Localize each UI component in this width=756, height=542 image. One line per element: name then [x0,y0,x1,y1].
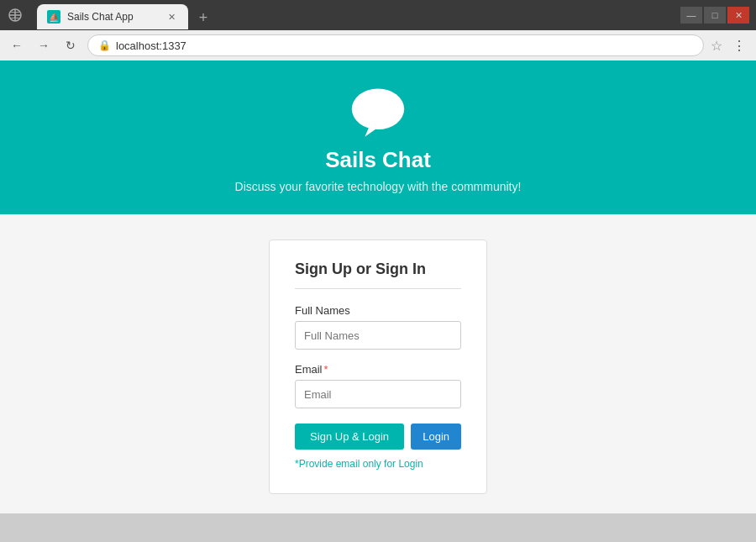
page-content: Sails Chat Discuss your favorite technol… [0,61,756,513]
login-card: Sign Up or Sign In Full Names Email* Sig… [269,239,487,494]
required-star: * [324,363,328,376]
url-bar[interactable]: 🔒 localhost:1337 [87,34,704,56]
window-controls: — □ ✕ [680,7,749,24]
close-button[interactable]: ✕ [727,7,749,24]
hero-subtitle: Discuss your favorite technology with th… [235,180,522,193]
browser-menu-icon[interactable]: ⋮ [729,38,749,54]
browser-icon [7,7,24,24]
minimize-button[interactable]: — [680,7,702,24]
forward-button[interactable]: → [34,35,54,55]
back-button[interactable]: ← [7,35,27,55]
lock-icon: 🔒 [98,39,111,51]
card-container: Sign Up or Sign In Full Names Email* Sig… [0,214,756,513]
email-label: Email* [295,363,461,376]
signup-login-button[interactable]: Sign Up & Login [295,424,404,450]
card-title: Sign Up or Sign In [295,260,461,278]
full-names-label: Full Names [295,304,461,317]
tab-bar: ⛵ Sails Chat App ✕ + [30,1,222,29]
maximize-button[interactable]: □ [704,7,726,24]
url-text: localhost:1337 [116,39,693,52]
full-names-input[interactable] [295,321,461,350]
browser-chrome: ⛵ Sails Chat App ✕ + — □ ✕ ← → ↻ 🔒 local… [0,0,756,61]
title-bar: ⛵ Sails Chat App ✕ + — □ ✕ [0,0,756,30]
hero-section: Sails Chat Discuss your favorite technol… [0,61,756,214]
tab-favicon: ⛵ [47,10,60,24]
hero-title: Sails Chat [325,147,431,173]
email-group: Email* [295,363,461,408]
address-bar: ← → ↻ 🔒 localhost:1337 ☆ ⋮ [0,30,756,61]
button-group: Sign Up & Login Login [295,424,461,450]
new-tab-button[interactable]: + [192,6,215,29]
tab-close-button[interactable]: ✕ [165,10,178,24]
email-input[interactable] [295,380,461,408]
card-divider [295,288,461,289]
tab-title: Sails Chat App [67,11,158,23]
full-names-group: Full Names [295,304,461,350]
chat-bubble-icon [349,86,407,140]
svg-point-3 [352,88,404,129]
bookmark-star-icon[interactable]: ☆ [711,38,722,54]
refresh-button[interactable]: ↻ [60,35,81,55]
login-hint: *Provide email only for Login [295,458,461,470]
login-button[interactable]: Login [411,424,461,450]
svg-marker-4 [365,127,379,137]
active-tab[interactable]: ⛵ Sails Chat App ✕ [37,4,188,29]
